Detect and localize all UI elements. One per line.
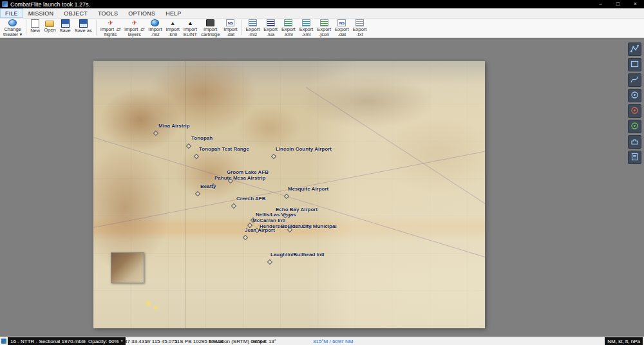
rectangle-tool[interactable] <box>628 58 641 71</box>
import-dat-button[interactable]: Import.dat <box>222 18 239 37</box>
menu-mission[interactable]: MISSION <box>23 8 59 18</box>
airport-marker[interactable] <box>243 235 248 240</box>
import-cf-flights-button[interactable]: Import .cfflights <box>99 18 122 37</box>
airway-line <box>306 87 485 270</box>
toolbar-button-label: .dat <box>338 32 346 37</box>
new-button[interactable]: New <box>28 18 42 37</box>
map-canvas[interactable]: Mina AirstripTonopahTonopah Test RangeLi… <box>93 61 485 328</box>
export-lua-button[interactable]: Export.lua <box>261 18 279 37</box>
export-xml-button[interactable]: Export.xml <box>298 18 316 37</box>
circle-red-icon <box>630 106 639 117</box>
airbase-tool[interactable] <box>628 135 641 149</box>
route-tool[interactable] <box>628 42 641 56</box>
menu-tools[interactable]: TOOLS <box>93 8 123 18</box>
chart-boundary-line <box>185 61 185 328</box>
import-cartridge-button[interactable]: Importcartridge <box>199 18 222 37</box>
save-as-button[interactable]: Save as <box>73 18 94 37</box>
airport-label: Pahute Mesa Airstrip <box>214 175 265 181</box>
cursor-longitude: W 115 45.075 <box>146 337 177 345</box>
import-cf-layers-button[interactable]: Import .cflayers <box>122 18 146 37</box>
toolbar-button-label: .miz <box>151 32 160 37</box>
airport-marker[interactable] <box>267 259 272 265</box>
layer-selector[interactable]: 16 - NTTR - Sectional 1970.mbtiles▾ <box>8 337 97 345</box>
export-dat-button[interactable]: Export.dat <box>333 18 351 37</box>
bearing-range-readout: 315°M / 6097 NM <box>313 337 353 345</box>
close-button[interactable]: × <box>627 0 644 8</box>
cursor-latitude: N 37 33.431 <box>119 337 147 345</box>
import-kml-button[interactable]: Import.kml <box>164 18 182 37</box>
airport-label: McCarran Intl <box>252 218 285 223</box>
airport-label: Groom Lake AFB <box>227 169 269 175</box>
sheet-txt-icon <box>355 19 364 26</box>
kml-dark-icon <box>169 19 176 26</box>
change-theater-button[interactable]: Changetheater ▾ <box>1 18 24 37</box>
units-selector[interactable]: NM, kt, ft, hPa <box>605 337 643 345</box>
import-miz-button[interactable]: Import.miz <box>146 18 164 37</box>
airport-label: Tonopah Test Range <box>199 146 249 152</box>
airport-marker[interactable] <box>271 154 276 159</box>
toolbar-button-label: .lua <box>267 32 274 37</box>
cf-flights-icon <box>107 19 114 26</box>
airport-marker[interactable] <box>194 154 199 159</box>
open-folder-icon <box>45 21 54 27</box>
airport-label: Beatty <box>200 183 216 189</box>
airport-label: Creech AFB <box>236 196 266 201</box>
new-document-icon <box>31 19 39 28</box>
map-inset-overview <box>111 252 144 283</box>
point-red-tool[interactable] <box>628 104 641 118</box>
circle-green-icon <box>630 121 639 133</box>
toolbar-button-label: theater ▾ <box>3 32 22 37</box>
airport-label: Lincoln County Airport <box>276 146 332 152</box>
airway-line <box>93 137 485 270</box>
airport-marker[interactable] <box>284 194 289 199</box>
sheet-lua-icon <box>267 19 275 26</box>
airport-label: Laughlin/Bullhead Intl <box>270 252 325 257</box>
toolbar-button-label: layers <box>128 32 141 37</box>
toolbar-button-label: Open <box>44 28 55 33</box>
sheet-kml-icon <box>284 19 292 26</box>
menu-options[interactable]: OPTIONS <box>123 8 160 18</box>
open-button[interactable]: Open <box>42 18 57 37</box>
toolbar-button-label: .kml <box>284 32 293 37</box>
export-miz-button[interactable]: Export.miz <box>244 18 262 37</box>
toolbar-button-label: .json <box>319 32 329 37</box>
airport-label: Mina Airstrip <box>158 123 190 129</box>
airport-marker[interactable] <box>195 191 200 196</box>
airport-label: Jean Airport <box>245 227 275 233</box>
airport-label: Boulder City Municipal <box>281 223 337 229</box>
titlebar: CombatFlite launch took 1.27s. − □ × <box>0 0 644 8</box>
toolbar-button-label: Save <box>60 28 71 33</box>
menu-help[interactable]: HELP <box>160 8 186 18</box>
sheet-json-icon <box>320 19 328 26</box>
airport-marker[interactable] <box>153 131 158 136</box>
export-kml-button[interactable]: Export.kml <box>279 18 298 37</box>
globe-icon <box>8 19 17 26</box>
point-green-tool[interactable] <box>628 120 641 133</box>
statusbar: 16 - NTTR - Sectional 1970.mbtiles▾ Opac… <box>0 337 644 345</box>
toolbar-button-label: .dat <box>227 32 235 37</box>
layer-map-icon <box>1 337 6 345</box>
cursor-slope: Slope: 13° <box>252 337 276 345</box>
toolbar-separator <box>242 20 242 35</box>
city-dot <box>153 306 158 310</box>
app-icon <box>2 1 8 7</box>
minimize-button[interactable]: − <box>592 0 609 8</box>
save-button[interactable]: Save <box>58 18 73 37</box>
briefing-tool[interactable] <box>628 151 641 164</box>
export-json-button[interactable]: Export.json <box>315 18 333 37</box>
airport-marker[interactable] <box>231 203 236 209</box>
airport-label: Tonopah <box>191 135 213 141</box>
maximize-button[interactable]: □ <box>609 0 627 8</box>
airport-label: Mesquite Airport <box>288 186 328 192</box>
curve-tool[interactable] <box>628 73 641 87</box>
menu-object[interactable]: OBJECT <box>59 8 93 18</box>
export-txt-button[interactable]: Export.txt <box>351 18 369 37</box>
polyline-icon <box>630 44 639 55</box>
point-blue-tool[interactable] <box>628 89 641 102</box>
menu-file[interactable]: FILE <box>0 8 23 18</box>
airport-marker[interactable] <box>186 144 191 149</box>
import-elint-button[interactable]: ImportELINT <box>182 18 199 37</box>
rectangle-icon <box>630 59 639 71</box>
toolbar: Changetheater ▾NewOpenSaveSave asImport … <box>0 18 644 38</box>
toolbar-button-label: .miz <box>249 32 258 37</box>
